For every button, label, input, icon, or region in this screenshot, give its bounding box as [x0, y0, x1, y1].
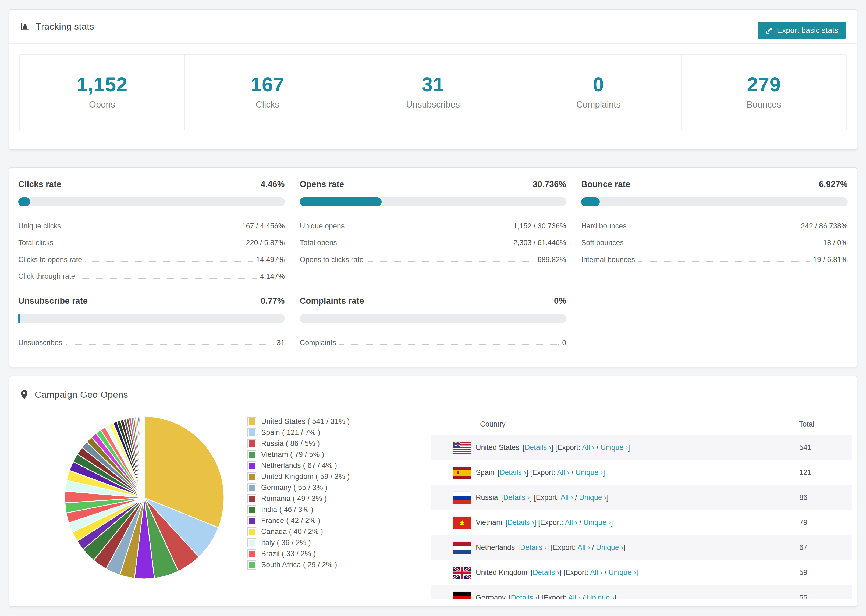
details-link[interactable]: Details ›: [503, 493, 530, 501]
legend-swatch: [248, 429, 256, 437]
export-all-link[interactable]: All ›: [578, 544, 590, 552]
export-unique-link[interactable]: Unique ›: [587, 594, 614, 599]
rate-title: Opens rate: [300, 179, 344, 189]
stat-box: 31 Unsubscribes: [350, 55, 516, 130]
progress-bar-track: [300, 197, 567, 206]
tracking-card-header: Tracking stats Export basic stats: [9, 10, 857, 44]
details-link[interactable]: Details ›: [511, 594, 538, 599]
campaign-overview-page: Tracking stats Export basic stats 1,152 …: [0, 0, 866, 616]
flag-nl-icon: [453, 542, 471, 554]
stat-label: Bounces: [746, 99, 781, 110]
rate-value: 0.77%: [261, 296, 285, 306]
dotted-leader: [638, 261, 810, 262]
legend-item: India ( 46 / 3% ): [248, 504, 350, 515]
legend-label: Romania ( 49 / 3% ): [261, 495, 327, 503]
country-total: 79: [799, 510, 852, 535]
export-unique-link[interactable]: Unique ›: [609, 569, 636, 577]
export-unique-link[interactable]: Unique ›: [576, 468, 603, 476]
rate-stat-value: 242 / 86.738%: [801, 222, 848, 230]
country-total: 541: [799, 435, 852, 460]
geo-card-header: Campaign Geo Opens: [9, 376, 857, 413]
rate-stat-value: 18 / 0%: [823, 238, 848, 247]
country-total: 121: [799, 460, 852, 485]
details-link[interactable]: Details ›: [533, 569, 559, 577]
export-icon: [765, 26, 773, 35]
geo-opens-table: Country Total United States [Details ›] …: [431, 413, 852, 599]
rate-section: Bounce rate 6.927% Hard bounces 242 / 86…: [581, 179, 848, 285]
details-link[interactable]: Details ›: [525, 443, 551, 451]
rate-stat-row: Unique clicks 167 / 4.456%: [18, 218, 285, 234]
geo-table-row: Germany [Details ›] [Export: All › / Uni…: [431, 585, 852, 599]
export-unique-link[interactable]: Unique ›: [601, 443, 628, 451]
export-all-link[interactable]: All ›: [561, 493, 573, 501]
export-unique-link[interactable]: Unique ›: [583, 519, 611, 526]
legend-swatch: [248, 473, 256, 481]
total-column-header: Total: [799, 413, 852, 435]
export-basic-stats-button[interactable]: Export basic stats: [757, 22, 846, 39]
legend-item: Netherlands ( 67 / 4% ): [248, 460, 350, 471]
legend-swatch: [248, 528, 256, 536]
progress-bar-fill: [581, 197, 600, 206]
rate-stat-label: Opens to clicks rate: [300, 255, 364, 264]
progress-bar-fill: [18, 314, 20, 323]
rate-stat-label: Internal bounces: [581, 255, 635, 264]
rate-title: Clicks rate: [18, 179, 61, 189]
rate-title: Complaints rate: [300, 296, 364, 306]
country-name: Spain: [476, 468, 494, 477]
geo-card-body: United States ( 541 / 31% ) Spain ( 121 …: [9, 413, 857, 607]
export-all-link[interactable]: All ›: [590, 569, 603, 577]
export-button-label: Export basic stats: [777, 26, 838, 35]
map-pin-icon: [20, 390, 28, 400]
stat-value: 0: [593, 75, 604, 94]
legend-swatch: [248, 418, 256, 426]
dotted-leader: [348, 228, 510, 228]
legend-item: Germany ( 55 / 3% ): [248, 482, 350, 493]
legend-item: France ( 42 / 2% ): [248, 515, 350, 526]
export-unique-link[interactable]: Unique ›: [579, 493, 606, 501]
export-all-link[interactable]: All ›: [565, 519, 578, 526]
export-all-link[interactable]: All ›: [568, 594, 581, 599]
geo-table-row: United Kingdom [Details ›] [Export: All …: [431, 560, 852, 585]
country-name: Vietnam: [476, 519, 502, 527]
country-links: [Details ›] [Export: All › / Unique ›]: [501, 493, 609, 502]
legend-label: Germany ( 55 / 3% ): [261, 484, 328, 492]
rate-stat-row: Total opens 2,303 / 61.446%: [300, 234, 567, 251]
rate-stat-value: 31: [277, 338, 285, 347]
rate-value: 4.46%: [261, 179, 285, 189]
details-link[interactable]: Details ›: [500, 468, 526, 476]
rate-stat-value: 14.497%: [256, 255, 285, 264]
country-links: [Details ›] [Export: All › / Unique ›]: [518, 544, 625, 552]
legend-swatch: [248, 462, 256, 470]
stat-label: Complaints: [576, 99, 621, 110]
dotted-leader: [339, 344, 559, 345]
country-name: Russia: [476, 493, 498, 502]
dotted-leader: [66, 344, 274, 345]
rate-stat-value: 167 / 4.456%: [242, 222, 285, 230]
rate-stat-label: Hard bounces: [581, 222, 627, 230]
export-unique-link[interactable]: Unique ›: [596, 544, 624, 552]
geo-table-wrap: Country Total United States [Details ›] …: [431, 413, 852, 599]
rate-stat-label: Soft bounces: [581, 238, 624, 247]
bar-chart-icon: [20, 22, 29, 31]
stat-value: 1,152: [77, 75, 128, 94]
legend-swatch: [248, 517, 256, 525]
progress-bar-track: [18, 197, 285, 206]
details-link[interactable]: Details ›: [520, 544, 547, 552]
details-link[interactable]: Details ›: [507, 519, 534, 526]
country-total: 86: [799, 485, 852, 510]
export-all-link[interactable]: All ›: [557, 468, 570, 476]
rate-value: 0%: [554, 296, 566, 306]
rate-stat-label: Clicks to opens rate: [18, 255, 82, 264]
progress-bar-track: [581, 197, 848, 206]
rate-stat-row: Unsubscribes 31: [18, 334, 285, 351]
rate-stat-label: Total opens: [300, 238, 337, 247]
rate-stat-label: Unique clicks: [18, 222, 61, 230]
flag-de-icon: [453, 592, 471, 599]
dotted-leader: [367, 261, 534, 262]
stat-label: Clicks: [256, 99, 279, 110]
dotted-leader: [64, 228, 239, 228]
rate-value: 6.927%: [819, 179, 848, 189]
geo-table-row: Spain [Details ›] [Export: All › / Uniqu…: [431, 460, 852, 485]
stat-box: 279 Bounces: [682, 55, 846, 130]
export-all-link[interactable]: All ›: [582, 443, 595, 451]
